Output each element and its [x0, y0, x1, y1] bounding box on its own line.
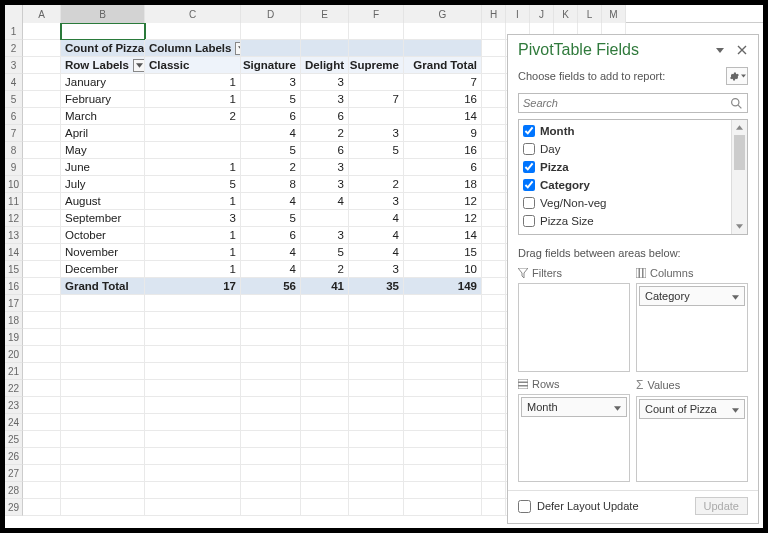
- row-header-23[interactable]: 23: [5, 397, 23, 414]
- cell[interactable]: [145, 125, 241, 142]
- cell[interactable]: [301, 397, 349, 414]
- chevron-down-icon[interactable]: [732, 403, 739, 415]
- row-header-25[interactable]: 25: [5, 431, 23, 448]
- cell[interactable]: [482, 159, 506, 176]
- cell[interactable]: 4: [241, 125, 301, 142]
- cell[interactable]: [349, 23, 404, 40]
- cell[interactable]: [145, 448, 241, 465]
- cell[interactable]: [61, 346, 145, 363]
- cell[interactable]: 1: [145, 159, 241, 176]
- cell[interactable]: [301, 414, 349, 431]
- cell[interactable]: [23, 482, 61, 499]
- row-header-19[interactable]: 19: [5, 329, 23, 346]
- cell[interactable]: [349, 346, 404, 363]
- cell[interactable]: [349, 482, 404, 499]
- row-header-16[interactable]: 16: [5, 278, 23, 295]
- cell[interactable]: 14: [404, 108, 482, 125]
- cell[interactable]: [482, 482, 506, 499]
- cell[interactable]: [23, 244, 61, 261]
- row-header-6[interactable]: 6: [5, 108, 23, 125]
- cell[interactable]: [349, 465, 404, 482]
- cell[interactable]: [23, 142, 61, 159]
- cell[interactable]: [241, 448, 301, 465]
- cell[interactable]: [404, 499, 482, 516]
- row-header-5[interactable]: 5: [5, 91, 23, 108]
- cell[interactable]: [404, 363, 482, 380]
- area-values-body[interactable]: Count of Pizza: [636, 396, 748, 483]
- cell[interactable]: [23, 363, 61, 380]
- cell[interactable]: 149: [404, 278, 482, 295]
- cell[interactable]: [241, 397, 301, 414]
- area-item[interactable]: Count of Pizza: [639, 399, 745, 419]
- cell[interactable]: 7: [349, 91, 404, 108]
- cell[interactable]: 4: [349, 227, 404, 244]
- cell[interactable]: [404, 397, 482, 414]
- field-checkbox[interactable]: [523, 161, 535, 173]
- row-header-12[interactable]: 12: [5, 210, 23, 227]
- cell[interactable]: [301, 431, 349, 448]
- row-header-18[interactable]: 18: [5, 312, 23, 329]
- cell[interactable]: [23, 23, 61, 40]
- cell[interactable]: [241, 499, 301, 516]
- col-header-J[interactable]: J: [530, 5, 554, 23]
- cell[interactable]: [145, 142, 241, 159]
- cell[interactable]: [23, 40, 61, 57]
- row-header-22[interactable]: 22: [5, 380, 23, 397]
- col-header-L[interactable]: L: [578, 5, 602, 23]
- area-item[interactable]: Month: [521, 397, 627, 417]
- cell[interactable]: 41: [301, 278, 349, 295]
- cell[interactable]: 18: [404, 176, 482, 193]
- cell[interactable]: 7: [404, 74, 482, 91]
- row-header-20[interactable]: 20: [5, 346, 23, 363]
- cell[interactable]: 5: [145, 176, 241, 193]
- row-header-3[interactable]: 3: [5, 57, 23, 74]
- cell[interactable]: [23, 193, 61, 210]
- cell[interactable]: [482, 176, 506, 193]
- cell[interactable]: 3: [241, 74, 301, 91]
- cell[interactable]: [301, 329, 349, 346]
- cell[interactable]: [349, 74, 404, 91]
- cell[interactable]: 2: [241, 159, 301, 176]
- cell[interactable]: [145, 312, 241, 329]
- cell[interactable]: [404, 346, 482, 363]
- cell[interactable]: [23, 176, 61, 193]
- cell[interactable]: [301, 448, 349, 465]
- cell[interactable]: 4: [241, 261, 301, 278]
- cell[interactable]: [61, 465, 145, 482]
- cell[interactable]: Signature: [241, 57, 301, 74]
- cell[interactable]: [241, 312, 301, 329]
- cell[interactable]: Supreme: [349, 57, 404, 74]
- cell[interactable]: [61, 482, 145, 499]
- cell[interactable]: 17: [145, 278, 241, 295]
- cell[interactable]: 3: [301, 227, 349, 244]
- area-filters-body[interactable]: [518, 283, 630, 372]
- cell[interactable]: [145, 499, 241, 516]
- cell[interactable]: 3: [301, 159, 349, 176]
- close-icon[interactable]: [734, 42, 750, 58]
- cell[interactable]: [61, 380, 145, 397]
- row-header-26[interactable]: 26: [5, 448, 23, 465]
- cell[interactable]: 5: [301, 244, 349, 261]
- cell[interactable]: [482, 23, 506, 40]
- cell[interactable]: [482, 414, 506, 431]
- cell[interactable]: [145, 380, 241, 397]
- row-header-14[interactable]: 14: [5, 244, 23, 261]
- cell[interactable]: [241, 329, 301, 346]
- col-header-G[interactable]: G: [404, 5, 482, 23]
- cell[interactable]: [404, 40, 482, 57]
- row-header-11[interactable]: 11: [5, 193, 23, 210]
- cell[interactable]: [241, 431, 301, 448]
- cell[interactable]: [61, 23, 145, 40]
- cell[interactable]: [404, 465, 482, 482]
- row-header-10[interactable]: 10: [5, 176, 23, 193]
- cell[interactable]: 2: [145, 108, 241, 125]
- cell[interactable]: 3: [301, 74, 349, 91]
- cell[interactable]: 14: [404, 227, 482, 244]
- cell[interactable]: [482, 397, 506, 414]
- cell[interactable]: [23, 329, 61, 346]
- cell[interactable]: [23, 227, 61, 244]
- cell[interactable]: 2: [349, 176, 404, 193]
- cell[interactable]: [23, 295, 61, 312]
- row-header-1[interactable]: 1: [5, 23, 23, 40]
- cell[interactable]: 35: [349, 278, 404, 295]
